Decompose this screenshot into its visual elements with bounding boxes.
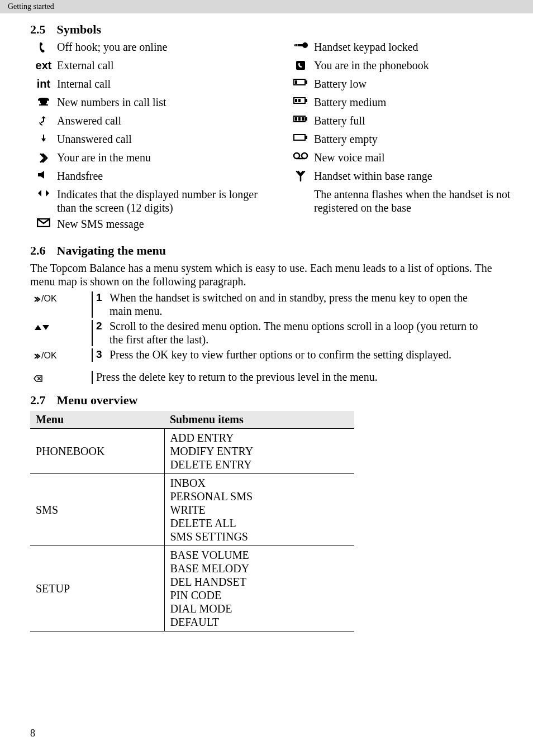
symbol-desc: New SMS message <box>57 217 144 231</box>
section-number: 2.5 <box>30 22 46 37</box>
symbol-row: Battery full <box>287 114 511 130</box>
symbol-desc: You are in the phonebook <box>314 59 429 72</box>
menu-overview-table: Menu Submenu items PHONEBOOKADD ENTRYMOD… <box>30 411 354 631</box>
symbol-desc: Unanswered call <box>57 132 132 146</box>
step-text: When the handset is switched on and in s… <box>110 291 489 318</box>
symbol-row: Handsfree <box>30 169 265 185</box>
symbol-row: New voice mail <box>287 151 511 166</box>
symbol-row: You are in the phonebook <box>287 59 511 74</box>
svg-point-19 <box>294 153 299 159</box>
battery-empty-icon <box>287 132 314 141</box>
section-head-overview: 2.7 Menu overview <box>30 393 511 408</box>
symbol-row: Unanswered call <box>30 132 265 148</box>
symbol-desc: Battery low <box>314 77 367 90</box>
svg-rect-14 <box>295 117 297 121</box>
unanswered-call-icon <box>30 132 57 142</box>
antenna-icon <box>287 169 314 181</box>
step-number: 2 <box>96 320 110 346</box>
step-text: Press the delete key to return to the pr… <box>96 371 378 384</box>
symbol-desc: Battery full <box>314 114 365 127</box>
symbol-desc: External call <box>57 59 114 72</box>
answered-call-icon <box>30 114 57 126</box>
page-number: 8 <box>30 728 35 739</box>
step-text: Scroll to the desired menu option. The m… <box>110 320 489 346</box>
section-title: Symbols <box>57 22 101 37</box>
step-number: 1 <box>96 291 110 318</box>
section-number: 2.7 <box>30 393 46 408</box>
symbol-row: The antenna flashes when the handset is … <box>287 188 511 214</box>
nav-step-row: 2 Scroll to the desired menu option. The… <box>30 320 511 346</box>
symbols-left-column: Off hook; you are online ext External ca… <box>30 40 265 236</box>
menu-cell: PHONEBOOK <box>30 428 164 473</box>
symbol-row: Battery empty <box>287 132 511 148</box>
voicemail-icon <box>287 151 314 160</box>
symbol-row: Answered call <box>30 114 265 130</box>
new-numbers-icon <box>30 95 57 107</box>
table-header-menu: Menu <box>30 411 164 429</box>
page-content: 2.5 Symbols Off hook; you are online ext… <box>0 13 533 631</box>
step-text: Press the OK key to view further options… <box>110 348 451 362</box>
symbol-desc: Handsfree <box>57 169 103 183</box>
symbol-desc: The antenna flashes when the handset is … <box>314 188 511 214</box>
symbol-desc: Internal call <box>57 77 111 90</box>
symbol-desc: Battery medium <box>314 95 386 109</box>
svg-rect-17 <box>294 135 305 140</box>
scroll-arrows-icon <box>30 188 57 198</box>
phonebook-icon <box>287 59 314 71</box>
battery-low-icon <box>287 77 314 86</box>
table-header-submenu: Submenu items <box>164 411 354 429</box>
symbol-row: Off hook; you are online <box>30 40 265 56</box>
nav-step-row: Press the delete key to return to the pr… <box>30 371 511 384</box>
table-row: SETUPBASE VOLUMEBASE MELODYDEL HANDSETPI… <box>30 546 354 631</box>
svg-rect-16 <box>302 117 304 121</box>
symbol-desc: Handset keypad locked <box>314 40 418 54</box>
symbol-desc: Indicates that the displayed number is l… <box>57 188 265 214</box>
menu-icon <box>30 151 57 164</box>
symbols-columns: Off hook; you are online ext External ca… <box>30 40 511 236</box>
menu-ok-key: /OK <box>30 348 92 361</box>
symbol-desc: Battery empty <box>314 132 378 146</box>
step-number: 3 <box>96 348 110 362</box>
symbol-row: int Internal call <box>30 77 265 93</box>
ext-text-icon: ext <box>30 59 57 71</box>
svg-rect-4 <box>296 61 305 70</box>
battery-full-icon <box>287 114 314 123</box>
up-down-key <box>30 320 92 332</box>
blank-icon <box>287 188 314 189</box>
table-row: PHONEBOOKADD ENTRYMODIFY ENTRYDELETE ENT… <box>30 428 354 473</box>
symbol-row: Indicates that the displayed number is l… <box>30 188 265 214</box>
navigating-intro: The Topcom Balance has a menu system whi… <box>30 261 511 288</box>
svg-rect-15 <box>298 117 301 121</box>
symbol-row: New numbers in call list <box>30 95 265 111</box>
svg-rect-10 <box>295 99 297 102</box>
section-head-symbols: 2.5 Symbols <box>30 22 511 37</box>
handsfree-icon <box>30 169 57 179</box>
symbol-desc: New voice mail <box>314 151 385 164</box>
section-title: Navigating the menu <box>57 243 166 258</box>
table-row: SMSINBOXPERSONAL SMSWRITEDELETE ALLSMS S… <box>30 473 354 546</box>
section-head-navigating: 2.6 Navigating the menu <box>30 243 511 258</box>
battery-medium-icon <box>287 95 314 104</box>
symbols-right-column: Handset keypad locked You are in the pho… <box>287 40 511 236</box>
symbol-row: Your are in the menu <box>30 151 265 166</box>
symbol-row: Battery medium <box>287 95 511 111</box>
symbol-desc: Off hook; you are online <box>57 40 167 54</box>
symbol-desc: Handset within base range <box>314 169 432 183</box>
int-text-icon: int <box>30 77 57 89</box>
symbol-row: Handset within base range <box>287 169 511 185</box>
page-header: Getting started <box>0 0 533 13</box>
svg-rect-3 <box>294 44 304 46</box>
svg-rect-6 <box>305 80 307 84</box>
menu-cell: SETUP <box>30 546 164 631</box>
symbol-desc: Your are in the menu <box>57 151 151 164</box>
section-title: Menu overview <box>57 393 138 408</box>
symbol-row: Handset keypad locked <box>287 40 511 56</box>
nav-step-row: /OK 3 Press the OK key to view further o… <box>30 348 511 362</box>
symbol-row: ext External call <box>30 59 265 74</box>
symbol-desc: Answered call <box>57 114 121 127</box>
symbol-row: Battery low <box>287 77 511 93</box>
svg-rect-13 <box>305 117 307 121</box>
symbol-desc: New numbers in call list <box>57 95 166 109</box>
svg-rect-0 <box>38 173 41 176</box>
svg-rect-7 <box>295 80 297 84</box>
